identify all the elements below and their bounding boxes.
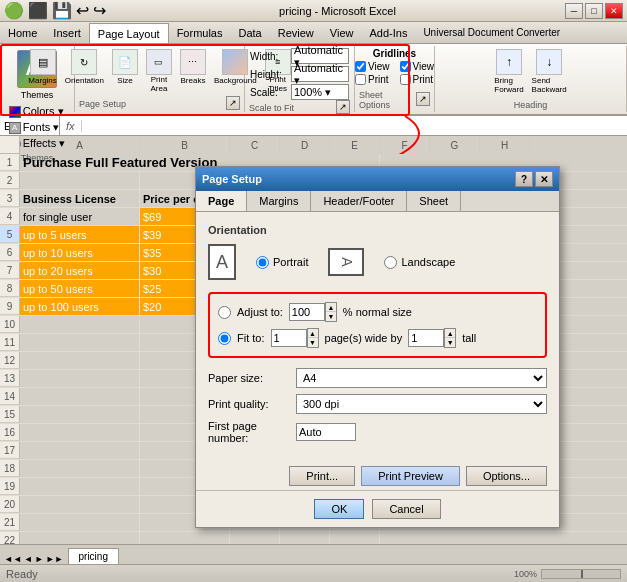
fit-radio[interactable] bbox=[218, 332, 231, 345]
ribbon-group-page-setup: ▤ Margins ↻ Orientation 📄 Size ▭ Print A… bbox=[75, 46, 245, 112]
adjust-value-input[interactable] bbox=[289, 303, 325, 321]
print-area-button[interactable]: ▭ Print Area bbox=[143, 48, 175, 95]
sheet-nav-next[interactable]: ► bbox=[35, 554, 44, 564]
dialog-help-button[interactable]: ? bbox=[515, 171, 533, 187]
headings-view-row: View bbox=[400, 61, 435, 72]
print-quality-row: Print quality: 300 dpi bbox=[208, 394, 547, 414]
bring-forward-icon: ↑ bbox=[496, 49, 522, 75]
sheet-options-label: Sheet Options bbox=[359, 90, 416, 110]
dialog-title: Page Setup bbox=[202, 173, 262, 185]
gridlines-view-check[interactable] bbox=[355, 61, 366, 72]
zoom-level: 100% bbox=[514, 569, 537, 579]
sheet-nav-prev[interactable]: ◄ bbox=[24, 554, 33, 564]
fit-wide-spin-up[interactable]: ▲ bbox=[308, 329, 318, 338]
main-content: A B C D E F G H 1 Purchase Full Featured… bbox=[0, 136, 627, 544]
adjust-spin-down[interactable]: ▼ bbox=[326, 312, 336, 321]
print-area-icon: ▭ bbox=[146, 49, 172, 75]
status-text: Ready bbox=[6, 568, 38, 580]
options-button[interactable]: Options... bbox=[466, 466, 547, 486]
portrait-option: A bbox=[208, 244, 236, 280]
sheet-nav-first[interactable]: ◄◄ bbox=[4, 554, 22, 564]
ribbon: Aa Themes Colors ▾ A Fonts ▾ Eff bbox=[0, 44, 627, 116]
zoom-slider[interactable] bbox=[541, 569, 621, 579]
height-select[interactable]: Automatic ▾ bbox=[291, 66, 349, 82]
breaks-button[interactable]: ⋯ Breaks bbox=[177, 48, 209, 86]
dialog-footer: OK Cancel bbox=[196, 490, 559, 527]
send-backward-button[interactable]: ↓ SendBackward bbox=[529, 48, 570, 95]
dialog-tab-page[interactable]: Page bbox=[196, 191, 247, 211]
arrange-group-label: Heading bbox=[514, 100, 548, 110]
ribbon-group-arrange: ↑ BringForward ↓ SendBackward Heading bbox=[435, 46, 627, 112]
dialog-overlay: Page Setup ? ✕ Page Margins Header/Foote… bbox=[0, 136, 627, 544]
adjust-spin-arrows: ▲ ▼ bbox=[325, 302, 337, 322]
dialog-body: Orientation A Portrait A bbox=[196, 212, 559, 462]
tab-view[interactable]: View bbox=[322, 22, 362, 43]
landscape-radio[interactable] bbox=[384, 256, 397, 269]
tab-review[interactable]: Review bbox=[270, 22, 322, 43]
orientation-button[interactable]: ↻ Orientation bbox=[62, 48, 107, 86]
maximize-button[interactable]: □ bbox=[585, 3, 603, 19]
print-preview-button[interactable]: Print Preview bbox=[361, 466, 460, 486]
tab-home[interactable]: Home bbox=[0, 22, 45, 43]
tab-addins[interactable]: Add-Ins bbox=[361, 22, 415, 43]
fit-tall-spin-arrows: ▲ ▼ bbox=[444, 328, 456, 348]
colors-icon bbox=[9, 106, 21, 118]
fit-tall-spin-up[interactable]: ▲ bbox=[445, 329, 455, 338]
fit-pages-tall-input[interactable] bbox=[408, 329, 444, 347]
formula-bar: E5 fx bbox=[0, 116, 627, 136]
margins-button[interactable]: ▤ Margins bbox=[25, 48, 59, 86]
headings-view-check[interactable] bbox=[400, 61, 411, 72]
sheet-nav-last[interactable]: ►► bbox=[46, 554, 64, 564]
page-setup-dialog-launcher[interactable]: ↗ bbox=[226, 96, 240, 110]
portrait-label: Portrait bbox=[273, 256, 308, 268]
scale-input[interactable]: 100% ▾ bbox=[291, 84, 349, 100]
fonts-button[interactable]: A Fonts ▾ bbox=[7, 120, 67, 135]
scale-group-label: Scale to Fit bbox=[249, 103, 294, 113]
tab-data[interactable]: Data bbox=[230, 22, 269, 43]
fit-pages-wide-input[interactable] bbox=[271, 329, 307, 347]
paper-size-select[interactable]: A4 bbox=[296, 368, 547, 388]
fit-pages-tall-spinner: ▲ ▼ bbox=[408, 328, 456, 348]
fit-to-label: Fit to: bbox=[237, 332, 265, 344]
first-page-input[interactable] bbox=[296, 423, 356, 441]
minimize-button[interactable]: ─ bbox=[565, 3, 583, 19]
dialog-tab-header-footer[interactable]: Header/Footer bbox=[311, 191, 407, 211]
print-quality-select[interactable]: 300 dpi bbox=[296, 394, 547, 414]
fit-tall-spin-down[interactable]: ▼ bbox=[445, 338, 455, 347]
ok-button[interactable]: OK bbox=[314, 499, 364, 519]
landscape-label: Landscape bbox=[401, 256, 455, 268]
margins-icon: ▤ bbox=[30, 49, 56, 75]
fit-wide-spin-down[interactable]: ▼ bbox=[308, 338, 318, 347]
print-button[interactable]: Print... bbox=[289, 466, 355, 486]
dialog-close-button[interactable]: ✕ bbox=[535, 171, 553, 187]
adjust-unit-label: % normal size bbox=[343, 306, 412, 318]
tab-page-layout[interactable]: Page Layout bbox=[89, 23, 169, 43]
headings-print-row: Print bbox=[400, 74, 435, 85]
sheet-tab-pricing[interactable]: pricing bbox=[68, 548, 119, 564]
adjust-radio[interactable] bbox=[218, 306, 231, 319]
adjust-spin-up[interactable]: ▲ bbox=[326, 303, 336, 312]
gridlines-view-label: View bbox=[368, 61, 390, 72]
headings-print-label: Print bbox=[413, 74, 434, 85]
dialog-tab-margins[interactable]: Margins bbox=[247, 191, 311, 211]
size-button[interactable]: 📄 Size bbox=[109, 48, 141, 86]
dialog-tab-sheet[interactable]: Sheet bbox=[407, 191, 461, 211]
tab-formulas[interactable]: Formulas bbox=[169, 22, 231, 43]
gridlines-print-check[interactable] bbox=[355, 74, 366, 85]
fit-wide-spin-arrows: ▲ ▼ bbox=[307, 328, 319, 348]
cancel-button[interactable]: Cancel bbox=[372, 499, 440, 519]
sheet-options-dialog-launcher[interactable]: ↗ bbox=[416, 92, 430, 106]
colors-button[interactable]: Colors ▾ bbox=[7, 104, 67, 119]
width-label: Width: bbox=[250, 51, 288, 62]
page-setup-dialog: Page Setup ? ✕ Page Margins Header/Foote… bbox=[195, 166, 560, 528]
close-button[interactable]: ✕ bbox=[605, 3, 623, 19]
zoom-slider-thumb bbox=[581, 570, 583, 578]
dialog-title-bar: Page Setup ? ✕ bbox=[196, 167, 559, 191]
dialog-tab-bar: Page Margins Header/Footer Sheet bbox=[196, 191, 559, 212]
tab-insert[interactable]: Insert bbox=[45, 22, 89, 43]
portrait-radio[interactable] bbox=[256, 256, 269, 269]
bring-forward-button[interactable]: ↑ BringForward bbox=[491, 48, 526, 95]
scale-dialog-launcher[interactable]: ↗ bbox=[336, 100, 350, 114]
headings-print-check[interactable] bbox=[400, 74, 411, 85]
tab-udc[interactable]: Universal Document Converter bbox=[415, 22, 568, 43]
